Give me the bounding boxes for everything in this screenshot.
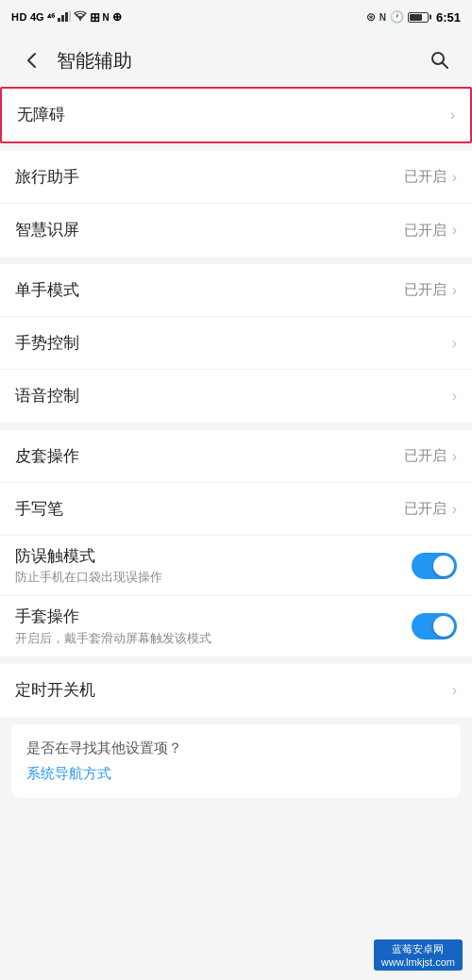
item-left-wuzhangai: 无障碍 [17, 104, 65, 126]
item-title-wuzhangai: 无障碍 [17, 104, 65, 126]
nfc-status: N [379, 12, 386, 23]
bluetooth-icon: ⊞ [90, 10, 100, 25]
svg-rect-1 [61, 15, 64, 22]
list-item-fangjichumoshi[interactable]: 防误触模式 防止手机在口袋出现误操作 [0, 536, 472, 596]
item-subtitle-shoutaocaozuo: 开启后，戴手套滑动屏幕触发该模式 [15, 630, 211, 647]
chevron-icon-shijikongzhi: › [452, 335, 457, 352]
item-title-dingshiguanji: 定时开关机 [15, 679, 95, 702]
bottom-card: 是否在寻找其他设置项？ 系统导航方式 [11, 724, 461, 798]
clock-icon: 🕐 [390, 10, 404, 24]
section-timer: 定时开关机 › [0, 664, 472, 717]
item-title-fangjichumoshi: 防误触模式 [15, 545, 162, 568]
item-right-wuzhangai: › [448, 107, 455, 124]
svg-rect-3 [69, 10, 71, 22]
status-bar: HD 4G ⁴⁶ ⊞ N ⊕ ⊛ N 🕐 [0, 0, 472, 34]
list-item-shoxibi[interactable]: 手写笔 已开启 › [0, 483, 472, 536]
list-item-shijikongzhi[interactable]: 手势控制 › [0, 317, 472, 370]
chevron-icon-wuzhangai: › [450, 107, 455, 124]
alarm-icon: ⊛ [366, 10, 376, 24]
item-title-shijikongzhi: 手势控制 [15, 332, 79, 355]
status-right: ⊛ N 🕐 6:51 [366, 10, 461, 25]
chevron-icon-zhihuishipin: › [452, 222, 457, 239]
item-title-shoutaocaozuo: 手套操作 [15, 606, 211, 628]
chevron-icon-pitaocaozuo: › [452, 448, 457, 465]
content: 无障碍 › 旅行助手 已开启 › 智慧识屏 已开启 › [0, 87, 472, 798]
item-status-pitaocaozuo: 已开启 [404, 447, 447, 465]
wifi-icon [74, 10, 87, 24]
battery-fill [410, 14, 422, 21]
list-item-pitaocaozuo[interactable]: 皮套操作 已开启 › [0, 430, 472, 483]
section-accessibility: 无障碍 › [0, 87, 472, 143]
more-status: ⊕ [112, 10, 122, 24]
signal-4g: 4G [30, 11, 44, 23]
toggle-shoutaocaozuo[interactable] [412, 613, 457, 639]
svg-rect-2 [65, 12, 68, 22]
bottom-card-link[interactable]: 系统导航方式 [26, 765, 111, 781]
item-status-danshomoshi: 已开启 [404, 281, 447, 299]
section-case: 皮套操作 已开启 › 手写笔 已开启 › 防误触模式 防止手机在口袋出现误操作 [0, 430, 472, 656]
item-title-yuyinkongzhi: 语音控制 [15, 385, 79, 407]
svg-point-4 [79, 19, 81, 21]
watermark-line1: 蓝莓安卓网 [381, 942, 455, 956]
item-title-zhihuishipin: 智慧识屏 [15, 219, 79, 241]
watermark: 蓝莓安卓网 www.lmkjst.com [374, 939, 463, 971]
list-item-zhihuishipin[interactable]: 智慧识屏 已开启 › [0, 204, 472, 257]
status-left: HD 4G ⁴⁶ ⊞ N ⊕ [11, 10, 122, 25]
signal-bars [58, 10, 71, 24]
section-travel: 旅行助手 已开启 › 智慧识屏 已开启 › [0, 151, 472, 257]
search-button[interactable] [423, 43, 457, 77]
chevron-icon-shoxibi: › [452, 501, 457, 518]
watermark-line2: www.lmkjst.com [381, 956, 455, 968]
list-item-lyuzhushou[interactable]: 旅行助手 已开启 › [0, 151, 472, 204]
item-subtitle-fangjichumoshi: 防止手机在口袋出现误操作 [15, 569, 162, 586]
page-title: 智能辅助 [49, 48, 423, 74]
chevron-icon-yuyinkongzhi: › [452, 388, 457, 405]
nfc-icon: N [103, 12, 110, 23]
network-status: HD [11, 11, 27, 23]
section-gestures: 单手模式 已开启 › 手势控制 › 语音控制 › [0, 264, 472, 423]
header: 智能辅助 [0, 34, 472, 87]
signal-46-1: ⁴⁶ [47, 12, 55, 23]
item-title-shoxibi: 手写笔 [15, 498, 63, 521]
list-item-dingshiguanji[interactable]: 定时开关机 › [0, 664, 472, 717]
item-title-lyuzhushou: 旅行助手 [15, 166, 79, 189]
list-item-wuzhangai[interactable]: 无障碍 › [2, 89, 470, 141]
chevron-icon-lyuzhushou: › [452, 169, 457, 186]
list-item-shoutaocaozuo[interactable]: 手套操作 开启后，戴手套滑动屏幕触发该模式 [0, 596, 472, 656]
list-item-danshomoshi[interactable]: 单手模式 已开启 › [0, 264, 472, 317]
item-status-shoxibi: 已开启 [404, 500, 447, 518]
battery-icon [408, 12, 429, 23]
item-title-danshomoshi: 单手模式 [15, 279, 79, 302]
back-button[interactable] [15, 43, 49, 77]
item-title-pitaocaozuo: 皮套操作 [15, 445, 79, 468]
time: 6:51 [436, 10, 461, 25]
chevron-icon-danshomoshi: › [452, 282, 457, 299]
svg-line-6 [443, 63, 448, 69]
list-item-yuyinkongzhi[interactable]: 语音控制 › [0, 370, 472, 423]
chevron-icon-dingshiguanji: › [452, 682, 457, 699]
item-status-lyuzhushou: 已开启 [404, 168, 447, 186]
svg-rect-0 [58, 18, 60, 22]
item-status-zhihuishipin: 已开启 [404, 222, 447, 240]
bottom-card-question: 是否在寻找其他设置项？ [26, 739, 446, 757]
toggle-fangjichumoshi[interactable] [412, 553, 457, 579]
